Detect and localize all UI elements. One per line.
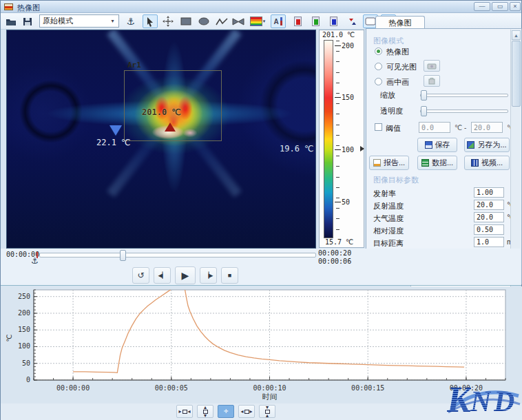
tab-thermal-image[interactable]: 热像图 <box>375 16 425 29</box>
param-input-atmo-temp[interactable] <box>474 212 504 222</box>
chart-canvas[interactable]: 05010015020025000:00:0000:00:0500:00:100… <box>1 286 522 403</box>
timeline-current: 00:00:06 <box>318 258 351 265</box>
fit-width-button[interactable]: ▸◂ <box>176 405 193 418</box>
zoom-horizontal-button[interactable]: ◂▸ <box>238 405 255 418</box>
radio-picture-in-picture-label[interactable]: 画中画 <box>386 77 409 87</box>
cold-spot-temp: 22.1 ℃ <box>96 138 131 147</box>
timeline-track[interactable] <box>39 253 316 258</box>
playback-bar: ↺ ◀▏ ▶ ▕▶ ■ <box>1 266 521 286</box>
threshold-max-input[interactable] <box>471 122 503 133</box>
chevron-down-icon: ▾ <box>107 16 118 26</box>
step-back-button[interactable]: ◀▏ <box>154 267 171 284</box>
param-label: 大气温度 <box>373 213 404 224</box>
scroll-up-icon[interactable]: ▲ <box>512 30 521 40</box>
ambient-temp: 19.6 ℃ <box>280 144 314 154</box>
mode-select[interactable]: 原始模式 ▾ <box>39 14 119 28</box>
loop-button[interactable]: ↺ <box>132 267 149 284</box>
floppy-icon <box>425 141 432 149</box>
radio-picture-in-picture[interactable] <box>375 78 382 85</box>
radio-visible-light-label[interactable]: 可见光图 <box>386 62 417 72</box>
step-forward-button[interactable]: ▕▶ <box>200 267 217 284</box>
window-title: 热像图 <box>17 3 40 13</box>
minimize-button[interactable]: — <box>474 2 490 11</box>
analysis-area-label: Ar1 <box>127 61 141 70</box>
param-input-emissivity[interactable] <box>474 187 504 198</box>
zoom-slider-handle[interactable] <box>421 90 427 101</box>
colorbar-level-marker[interactable] <box>360 146 364 151</box>
cold-spot-marker-icon[interactable] <box>109 125 122 136</box>
scrollbar-thumb[interactable] <box>512 41 521 107</box>
opacity-slider[interactable] <box>420 109 508 113</box>
param-input-reflected-temp[interactable] <box>474 200 504 210</box>
data-export-button[interactable]: 数据... <box>417 156 457 170</box>
colorbar-max: 201.0 ℃ <box>322 31 355 39</box>
text-annotation-icon[interactable]: A <box>271 14 286 28</box>
polygon-tool-icon[interactable] <box>231 14 246 28</box>
zoom-vertical-button[interactable]: ▾▴ <box>259 405 275 418</box>
fit-height-button[interactable]: ▴▾ <box>197 405 213 418</box>
panel-scrollbar[interactable]: ▲ ▼ <box>510 30 521 283</box>
close-button[interactable]: × <box>510 2 521 11</box>
pip-camera-button[interactable] <box>424 75 440 87</box>
spot-tool-icon[interactable] <box>160 14 176 28</box>
save-as-button[interactable]: 另存为... <box>464 138 510 152</box>
title-bar: 热像图 — ▭ × <box>1 1 521 13</box>
svg-text:00:00:00: 00:00:00 <box>56 384 90 392</box>
thermal-image[interactable]: Ar1 201.0 ℃ 22.1 ℃ 19.6 ℃ <box>6 30 316 249</box>
param-input-humidity[interactable] <box>474 224 504 235</box>
zoom-slider[interactable] <box>420 94 508 97</box>
spreadsheet-icon <box>421 159 429 167</box>
isotherm-green-icon[interactable] <box>308 14 323 28</box>
save-file-icon[interactable] <box>20 14 35 28</box>
svg-text:0: 0 <box>26 376 30 384</box>
chart-toolbar: ▸◂ ▴▾ ✛ ◂▸ ▾▴ <box>1 403 522 420</box>
svg-text:150: 150 <box>18 326 30 333</box>
opacity-slider-handle[interactable] <box>421 106 427 116</box>
threshold-checkbox[interactable] <box>375 123 382 131</box>
fit-all-button[interactable]: ✛ <box>218 405 234 418</box>
cursor-tool-icon[interactable] <box>143 14 158 28</box>
isotherm-blue-icon[interactable] <box>326 14 341 28</box>
letter-a: A <box>273 18 278 25</box>
open-file-icon[interactable] <box>3 14 19 28</box>
hot-spot-marker-icon[interactable] <box>165 123 176 132</box>
colorbar-tick-label: 50 <box>342 198 362 206</box>
threshold-min-input[interactable] <box>419 122 450 133</box>
svg-text:50: 50 <box>22 359 30 367</box>
timeline-handle[interactable] <box>120 250 126 261</box>
anchor-icon[interactable]: ⚓ <box>31 256 39 266</box>
param-label: 发射率 <box>373 189 396 199</box>
threshold-dash: - <box>464 124 466 132</box>
colorbar-minor-ticks <box>336 41 340 238</box>
video-export-button[interactable]: 视频... <box>464 156 510 170</box>
colorbar-tick <box>335 202 341 202</box>
minmax-marker-icon[interactable] <box>345 14 360 28</box>
app-window: 热像图 — ▭ × 原始模式 ▾ ⚓ ▾ A <box>0 0 522 420</box>
radio-visible-light[interactable] <box>375 63 382 70</box>
ellipse-tool-icon[interactable] <box>196 14 211 28</box>
svg-text:200: 200 <box>18 309 30 317</box>
isotherm-red-icon[interactable] <box>290 14 305 28</box>
rectangle-tool-icon[interactable] <box>178 14 194 28</box>
palette-icon[interactable]: ▾ <box>249 14 267 28</box>
svg-text:00:00:05: 00:00:05 <box>155 384 188 392</box>
save-button[interactable]: 保存 <box>417 138 457 152</box>
maximize-button[interactable]: ▭ <box>492 2 508 11</box>
anchor-icon[interactable]: ⚓ <box>123 14 138 28</box>
play-button[interactable]: ▶ <box>175 266 196 284</box>
radio-thermal-label[interactable]: 热像图 <box>386 47 409 57</box>
opacity-slider-label: 透明度 <box>380 106 403 116</box>
polyline-tool-icon[interactable] <box>214 14 229 28</box>
visible-light-camera-button[interactable] <box>424 60 440 72</box>
svg-text:250: 250 <box>18 293 30 300</box>
report-button[interactable]: 报告... <box>369 156 409 170</box>
colorbar-panel: 201.0 ℃ 200 150 100 50 15.7 ℃ <box>319 30 364 248</box>
stop-button[interactable]: ■ <box>221 267 238 284</box>
radio-thermal[interactable] <box>375 48 382 55</box>
param-label: 反射温度 <box>373 201 404 211</box>
colorbar-tick <box>335 97 341 98</box>
threshold-label: 阈值 <box>386 123 401 134</box>
mode-select-value: 原始模式 <box>43 17 73 25</box>
param-input-distance[interactable] <box>474 237 504 247</box>
colorbar-gradient[interactable] <box>324 40 333 238</box>
